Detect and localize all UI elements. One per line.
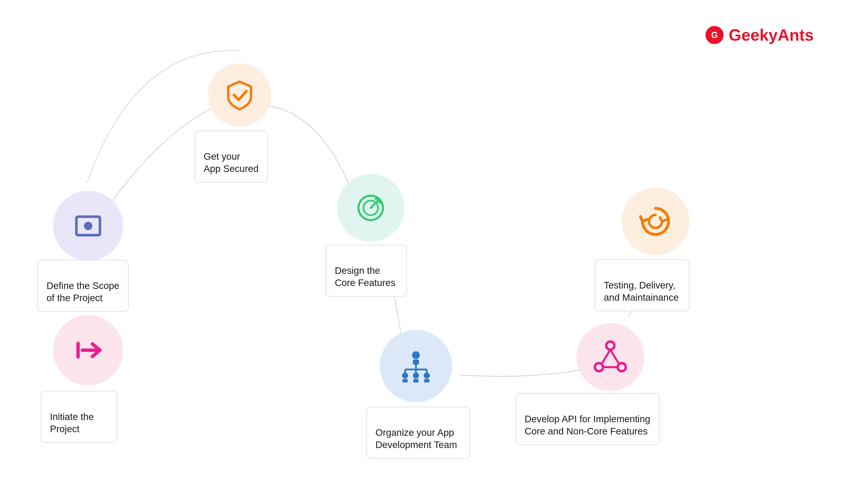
node-testing	[622, 188, 689, 255]
diagram-container: Initiate the Project Define the Scope of…	[0, 0, 868, 488]
svg-point-20	[606, 341, 614, 350]
svg-rect-0	[76, 342, 80, 359]
brand-name: GeekyAnts	[729, 26, 814, 44]
svg-rect-8	[413, 359, 419, 365]
logo-icon: G	[704, 25, 725, 45]
testing-icon	[635, 201, 676, 242]
svg-point-3	[84, 222, 92, 230]
design-icon	[350, 188, 391, 228]
api-icon	[590, 337, 631, 377]
node-define	[53, 191, 123, 261]
node-design	[337, 174, 405, 242]
secured-icon	[221, 76, 258, 114]
node-secured	[208, 63, 271, 127]
svg-point-22	[618, 363, 626, 371]
svg-point-21	[595, 363, 603, 371]
organize-icon	[394, 344, 438, 388]
label-design: Design the Core Features	[326, 245, 407, 297]
svg-point-7	[412, 351, 420, 359]
svg-rect-19	[424, 379, 429, 383]
svg-point-12	[402, 372, 408, 379]
label-secured: Get your App Secured	[194, 131, 268, 183]
label-define: Define the Scope of the Project	[37, 260, 129, 312]
svg-text:G: G	[711, 30, 718, 40]
label-initiate: Initiate the Project	[41, 391, 118, 443]
svg-line-23	[602, 350, 610, 363]
define-icon	[67, 205, 109, 247]
label-testing: Testing, Delivery, and Maintainance	[594, 259, 689, 311]
label-organize: Organize your App Development Team	[366, 407, 470, 459]
brand-name-colored: Geeky	[729, 26, 778, 44]
node-api	[577, 323, 644, 391]
svg-point-18	[424, 372, 430, 379]
svg-line-24	[610, 350, 618, 363]
initiate-icon	[67, 329, 109, 371]
svg-rect-13	[402, 379, 408, 383]
node-initiate	[53, 315, 123, 385]
node-organize	[380, 330, 452, 402]
svg-rect-16	[413, 379, 418, 383]
svg-point-15	[413, 372, 419, 379]
brand-logo: G GeekyAnts	[704, 25, 814, 45]
brand-name-plain: Ants	[778, 26, 814, 44]
label-api: Develop API for Implementing Core and No…	[515, 393, 659, 445]
